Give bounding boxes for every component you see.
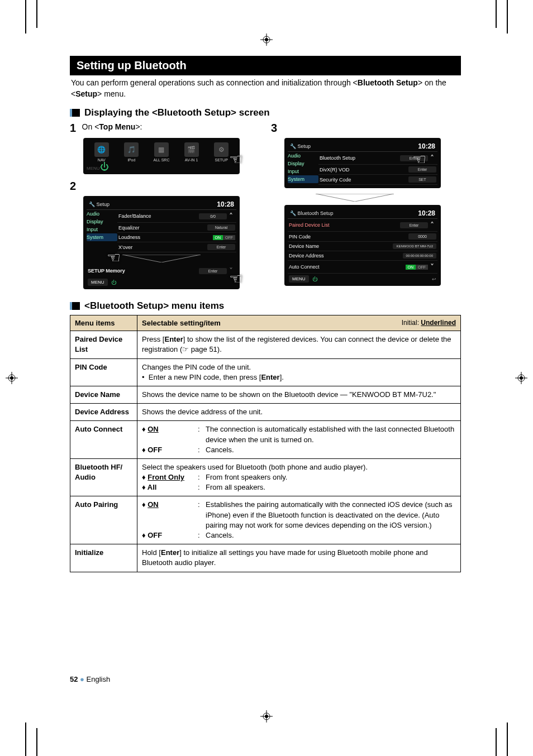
option-label: Front Only	[147, 473, 184, 481]
option-label: OFF	[147, 531, 162, 539]
setting-value[interactable]: Enter	[207, 244, 235, 250]
setting-value[interactable]: Natural	[207, 224, 235, 231]
chevron-up-icon[interactable]: ˄	[227, 212, 235, 221]
setting-value[interactable]: 0000	[408, 233, 436, 240]
top-menu-screenshot: 🌐NAV 🎵iPod ▦ALL SRC 🎬AV-IN 1 ⚙SETUP MENU…	[83, 138, 240, 174]
text: Underlined	[421, 319, 456, 327]
row-desc: Select the speakers used for Bluetooth (…	[137, 458, 461, 496]
crop-mark	[25, 0, 26, 34]
screen-title: Setup	[97, 202, 110, 207]
step-1: 1 On <Top Menu>:	[70, 122, 260, 135]
setting-value[interactable]: Enter	[400, 222, 428, 228]
tab-audio[interactable]: Audio	[87, 210, 117, 218]
text: ] to show the list of the registered dev…	[142, 335, 451, 353]
table-row: Auto Connect ♦ ON : The connection is au…	[70, 421, 461, 459]
setting-value[interactable]: Enter	[199, 268, 227, 274]
tab-display[interactable]: Display	[288, 160, 318, 168]
step-number: 2	[70, 180, 76, 193]
icon-label: NAV	[98, 158, 106, 162]
text: ].	[280, 373, 284, 381]
chevron-down-icon[interactable]: ˅	[428, 262, 436, 271]
all-src-icon[interactable]: ▦ALL SRC	[150, 142, 173, 162]
option-label: All	[147, 483, 157, 491]
down-arrow-icon	[122, 255, 201, 262]
text: You can perform general operations such …	[71, 78, 358, 87]
nav-icon[interactable]: 🌐NAV	[91, 142, 113, 162]
row-name: Auto Connect	[70, 421, 137, 459]
pointing-hand-icon: ☜	[412, 150, 426, 169]
setting-label: Loudness	[118, 235, 213, 240]
row-name: Initialize	[70, 544, 137, 572]
bullet-icon: ●	[80, 675, 86, 683]
tab-input[interactable]: Input	[87, 226, 117, 233]
subsection-menu-items: <Bluetooth Setup> menu items	[70, 300, 461, 312]
text: ] to initialize all settings you have ma…	[142, 548, 428, 567]
tab-input[interactable]: Input	[288, 168, 318, 175]
chevron-up-icon[interactable]: ˄	[428, 154, 436, 162]
svg-marker-16	[122, 255, 201, 262]
icon-label: ALL SRC	[154, 158, 170, 162]
toggle-off: OFF	[223, 235, 235, 240]
menu-button[interactable]: MENU	[88, 279, 108, 286]
svg-marker-17	[316, 194, 394, 202]
option-label: OFF	[147, 446, 162, 454]
crop-mark	[25, 722, 26, 756]
registration-mark-icon	[260, 710, 273, 722]
row-desc: Press [Enter] to show the list of the re…	[137, 331, 461, 358]
tab-display[interactable]: Display	[87, 218, 117, 226]
row-name: Device Name	[70, 386, 137, 403]
bluetooth-setup-screenshot: 🔧 Bluetooth Setup 10:28 Paired Device Li…	[284, 205, 441, 286]
text: Press [	[142, 335, 164, 343]
text: > menu.	[97, 89, 126, 98]
tab-system[interactable]: System	[288, 175, 318, 183]
option-label: ON	[147, 500, 159, 509]
power-icon[interactable]: ⏻	[111, 280, 116, 285]
row-name: Bluetooth HF/ Audio	[70, 458, 137, 496]
section-header: Setting up Bluetooth	[70, 56, 461, 75]
step-3: 3	[271, 122, 461, 135]
toggle-on: ON	[406, 265, 416, 270]
setting-value[interactable]: SET	[408, 176, 436, 183]
step-text: On <Top Menu>:	[82, 122, 142, 131]
power-icon[interactable]: ⏻	[312, 276, 317, 282]
table-header-selectable: Selectable setting/item Initial: Underli…	[137, 315, 461, 331]
toggle[interactable]: ONOFF	[213, 235, 236, 240]
crop-mark	[507, 0, 508, 34]
wrench-icon: 🔧	[290, 143, 296, 149]
toggle-off: OFF	[416, 265, 428, 270]
table-row: Paired Device List Press [Enter] to show…	[70, 331, 461, 358]
table-header-menu: Menu items	[70, 315, 137, 331]
return-icon[interactable]: ↩	[432, 276, 436, 282]
avin-icon[interactable]: 🎬AV-IN 1	[180, 142, 203, 162]
setting-label: X'over	[118, 245, 207, 250]
registration-mark-icon	[6, 372, 18, 384]
text: Setup	[75, 89, 97, 98]
toggle[interactable]: ONOFF	[406, 265, 429, 270]
setting-label: Device Address	[289, 253, 403, 259]
icon-label: AV-IN 1	[185, 158, 198, 162]
icon-label: iPod	[127, 158, 135, 162]
registration-mark-icon	[260, 34, 273, 46]
subsection-displaying: Displaying the <Bluetooth Setup> screen	[70, 107, 461, 118]
subsection-title: Displaying the <Bluetooth Setup> screen	[84, 107, 270, 118]
setting-value[interactable]: 0/0	[199, 213, 227, 219]
page-footer: 52 ● English	[70, 675, 110, 683]
row-name: Device Address	[70, 404, 137, 421]
ipod-icon[interactable]: 🎵iPod	[120, 142, 142, 162]
row-desc: Shows the device name to be shown on the…	[137, 386, 461, 403]
text: Enter	[164, 335, 183, 343]
page-number: 52	[70, 675, 78, 683]
menu-button[interactable]: MENU	[289, 275, 309, 283]
chevron-up-icon[interactable]: ˄	[428, 221, 436, 229]
tab-system[interactable]: System	[87, 233, 117, 241]
subsection-title: <Bluetooth Setup> menu items	[84, 300, 224, 312]
table-row: Auto Pairing ♦ ON : Establishes the pair…	[70, 496, 461, 544]
text: Select the speakers used for Bluetooth (…	[142, 462, 456, 472]
text: >:	[135, 122, 142, 131]
text: Top Menu	[99, 122, 135, 131]
registration-mark-icon	[515, 372, 527, 384]
text: Bluetooth Setup	[358, 78, 418, 87]
tab-audio[interactable]: Audio	[288, 152, 318, 160]
step-number: 1	[70, 122, 76, 135]
power-icon[interactable]: ⏻	[100, 162, 109, 171]
